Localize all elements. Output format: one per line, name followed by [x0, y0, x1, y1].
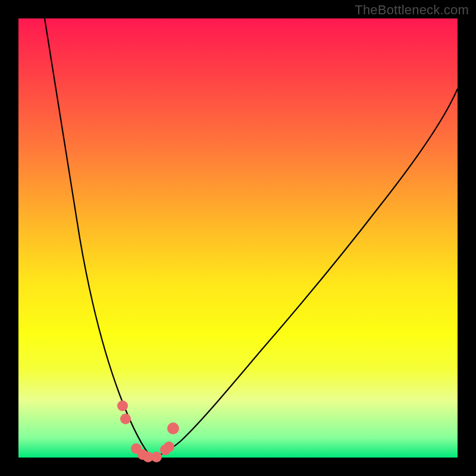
- curve-left-branch: [45, 18, 151, 458]
- svg-point-0: [117, 400, 128, 411]
- svg-point-5: [151, 452, 162, 462]
- watermark-text: TheBottleneck.com: [355, 2, 469, 18]
- bottleneck-curve: [18, 18, 458, 458]
- svg-point-7: [164, 441, 174, 452]
- curve-right-branch: [151, 89, 458, 458]
- highlight-markers: [117, 400, 179, 462]
- plot-area: [18, 18, 458, 458]
- svg-point-1: [120, 414, 131, 424]
- chart-frame: TheBottleneck.com: [0, 0, 476, 476]
- svg-point-8: [167, 422, 179, 434]
